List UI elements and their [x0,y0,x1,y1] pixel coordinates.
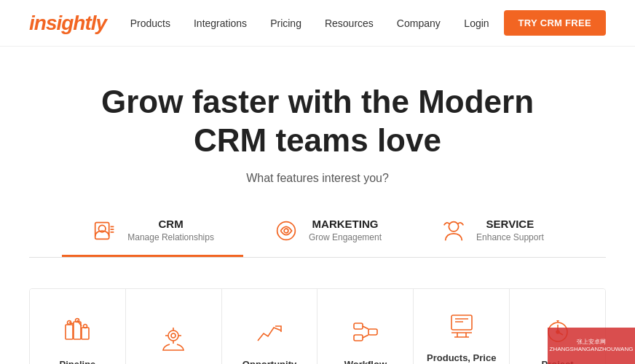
tab-service[interactable]: SERVICE Enhance Support [411,207,573,257]
login-link[interactable]: Login [464,17,489,29]
svg-point-12 [171,333,175,338]
svg-rect-15 [368,329,377,335]
svg-point-3 [284,229,288,233]
tab-marketing[interactable]: MARKETING Grow Engagement [243,207,411,257]
svg-point-4 [449,221,458,231]
watermark: 张上安卓网ZHANGSHANGANZHOUWANG [548,328,635,364]
nav-integrations[interactable]: Integrations [194,17,247,29]
tab-crm-label: CRM [127,218,214,230]
svg-point-10 [84,324,87,328]
card-lead-tracking[interactable]: Lead Tracking [126,289,222,364]
logo[interactable]: insightly [29,12,106,35]
tab-marketing-desc: Grow Engagement [309,232,382,242]
svg-rect-7 [82,328,89,339]
card-opportunity-label: OpportunityManagement [240,358,298,364]
hero-section: Grow faster with the Modern CRM teams lo… [0,47,635,288]
card-products[interactable]: Products, PriceBooks & Quotes [414,289,510,364]
hero-headline: Grow faster with the Modern CRM teams lo… [99,83,536,160]
hero-subtitle: What features interest you? [29,172,606,185]
svg-point-11 [168,331,178,341]
nav-pricing[interactable]: Pricing [270,17,301,29]
navbar: insightly Products Integrations Pricing … [0,0,635,47]
card-workflow-label: WorkflowAutomation [339,358,392,364]
tab-service-label: SERVICE [476,218,544,230]
card-pipeline[interactable]: PipelineManagement [30,289,126,364]
nav-company[interactable]: Company [397,17,441,29]
watermark-text: 张上安卓网ZHANGSHANGANZHOUWANG [547,336,635,357]
tab-service-desc: Enhance Support [476,232,544,242]
tab-crm-desc: Manage Relationships [127,232,214,242]
nav-links: Products Integrations Pricing Resources … [130,17,441,30]
svg-rect-14 [354,335,363,341]
nav-products[interactable]: Products [130,17,170,29]
feature-tabs: CRM Manage Relationships MARKETING Grow … [29,207,606,258]
nav-resources[interactable]: Resources [325,17,374,29]
tab-marketing-label: MARKETING [309,218,382,230]
svg-rect-13 [354,323,363,329]
try-crm-button[interactable]: TRY CRM FREE [504,10,606,36]
card-pipeline-label: PipelineManagement [49,358,106,364]
svg-point-2 [277,221,296,240]
cards-row: PipelineManagement Lead Tracking Opportu… [29,288,606,364]
feature-cards-section: PipelineManagement Lead Tracking Opportu… [0,288,635,364]
tab-crm[interactable]: CRM Manage Relationships [62,207,243,257]
svg-rect-5 [66,325,73,339]
card-products-label: Products, PriceBooks & Quotes [425,352,497,364]
tabs-container: CRM Manage Relationships MARKETING Grow … [29,207,606,257]
card-workflow[interactable]: WorkflowAutomation [318,289,414,364]
svg-rect-18 [451,315,472,330]
card-opportunity[interactable]: OpportunityManagement [222,289,318,364]
nav-right: Login TRY CRM FREE [464,10,606,36]
